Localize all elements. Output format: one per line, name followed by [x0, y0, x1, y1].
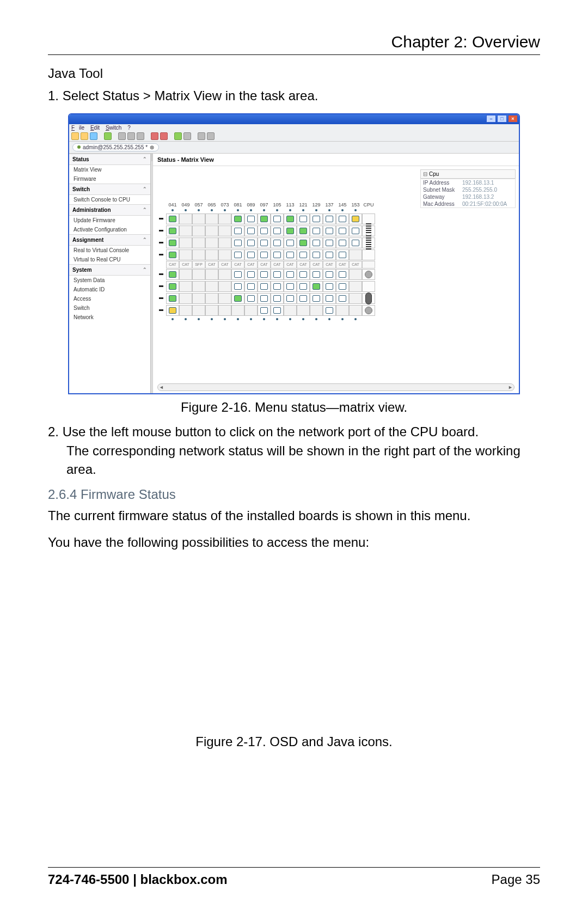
toolbar-icon[interactable]	[118, 132, 126, 140]
matrix-port-cell[interactable]	[166, 281, 179, 292]
matrix-port-cell[interactable]	[244, 213, 258, 224]
matrix-port-cell[interactable]	[166, 293, 179, 304]
menu-help[interactable]: ?	[127, 125, 131, 131]
matrix-port-cell[interactable]	[284, 213, 297, 224]
sidebar-item[interactable]: Activate Configuration	[69, 225, 150, 234]
matrix-port-cell[interactable]	[336, 237, 349, 248]
matrix-port-cell[interactable]	[336, 225, 349, 236]
cpu-port-cell[interactable]	[362, 249, 375, 260]
matrix-port-cell[interactable]	[271, 213, 284, 224]
sidebar-item[interactable]: Real to Virtual Console	[69, 246, 150, 255]
matrix-port-cell[interactable]	[336, 249, 349, 260]
matrix-port-cell[interactable]	[166, 225, 179, 236]
matrix-port-cell[interactable]	[310, 305, 323, 316]
matrix-port-cell[interactable]	[258, 237, 271, 248]
matrix-port-cell[interactable]	[258, 269, 271, 280]
matrix-port-cell[interactable]	[271, 225, 284, 236]
splitter[interactable]	[151, 154, 153, 393]
matrix-port-cell[interactable]	[336, 213, 349, 224]
sidebar-group-assignment[interactable]: Assignment⌃	[69, 234, 150, 246]
sidebar-group-administration[interactable]: Administration⌃	[69, 204, 150, 216]
matrix-port-cell[interactable]	[336, 305, 349, 316]
matrix-port-cell[interactable]	[179, 293, 192, 304]
matrix-port-cell[interactable]	[271, 237, 284, 248]
sidebar-item[interactable]: Update Firmware	[69, 216, 150, 225]
matrix-port-cell[interactable]	[205, 305, 218, 316]
sidebar-group-switch[interactable]: Switch⌃	[69, 184, 150, 195]
matrix-port-cell[interactable]	[205, 213, 218, 224]
matrix-port-cell[interactable]	[297, 213, 310, 224]
matrix-port-cell[interactable]	[179, 225, 192, 236]
connection-tab[interactable]: admin@255.255.255.255 * ⊗	[72, 143, 159, 151]
matrix-port-cell[interactable]	[244, 225, 258, 236]
menu-file[interactable]: File	[71, 125, 84, 131]
scroll-right-icon[interactable]: ►	[508, 385, 513, 390]
matrix-port-cell[interactable]	[218, 225, 231, 236]
matrix-port-cell[interactable]	[323, 225, 336, 236]
matrix-port-cell[interactable]	[192, 269, 205, 280]
matrix-port-cell[interactable]	[218, 213, 231, 224]
horizontal-scrollbar[interactable]: ◄ ►	[157, 383, 514, 391]
matrix-port-cell[interactable]	[244, 293, 258, 304]
matrix-port-cell[interactable]	[166, 305, 179, 316]
matrix-port-cell[interactable]	[166, 213, 179, 224]
tab-close-icon[interactable]: ⊗	[150, 144, 154, 150]
matrix-port-cell[interactable]	[284, 305, 297, 316]
menu-switch[interactable]: Switch	[106, 125, 121, 131]
matrix-port-cell[interactable]	[205, 281, 218, 292]
matrix-port-cell[interactable]	[297, 225, 310, 236]
toolbar-icon[interactable]	[160, 132, 168, 140]
matrix-port-cell[interactable]	[179, 305, 192, 316]
sidebar-group-status[interactable]: Status⌃	[69, 154, 150, 165]
matrix-port-cell[interactable]	[179, 237, 192, 248]
matrix-port-cell[interactable]	[284, 249, 297, 260]
window-close-button[interactable]: ×	[508, 115, 518, 123]
matrix-port-cell[interactable]	[258, 225, 271, 236]
matrix-port-cell[interactable]	[192, 249, 205, 260]
matrix-port-cell[interactable]	[166, 237, 179, 248]
sidebar-item[interactable]: System Data	[69, 276, 150, 285]
matrix-port-cell[interactable]	[297, 249, 310, 260]
matrix-port-cell[interactable]	[323, 237, 336, 248]
matrix-port-cell[interactable]	[218, 305, 231, 316]
matrix-port-cell[interactable]	[310, 269, 323, 280]
matrix-port-cell[interactable]	[258, 249, 271, 260]
matrix-port-cell[interactable]	[297, 237, 310, 248]
sidebar-item[interactable]: Automatic ID	[69, 285, 150, 294]
toolbar-icon[interactable]	[71, 132, 79, 140]
matrix-port-cell[interactable]	[231, 213, 244, 224]
matrix-port-cell[interactable]	[179, 269, 192, 280]
matrix-port-cell[interactable]	[205, 293, 218, 304]
matrix-port-cell[interactable]	[231, 269, 244, 280]
matrix-port-cell[interactable]	[310, 281, 323, 292]
matrix-port-cell[interactable]	[336, 269, 349, 280]
matrix-port-cell[interactable]	[336, 281, 349, 292]
matrix-port-cell[interactable]	[349, 213, 362, 224]
matrix-port-cell[interactable]	[244, 281, 258, 292]
matrix-port-cell[interactable]	[218, 249, 231, 260]
toolbar-icon[interactable]	[183, 132, 191, 140]
matrix-port-cell[interactable]	[231, 249, 244, 260]
window-maximize-button[interactable]: □	[497, 115, 507, 123]
matrix-port-cell[interactable]	[271, 305, 284, 316]
matrix-port-cell[interactable]	[179, 249, 192, 260]
matrix-port-cell[interactable]	[297, 269, 310, 280]
matrix-port-cell[interactable]	[231, 281, 244, 292]
matrix-port-cell[interactable]	[297, 293, 310, 304]
matrix-port-cell[interactable]	[349, 249, 362, 260]
cpu-port-cell[interactable]	[362, 293, 375, 304]
matrix-port-cell[interactable]	[310, 237, 323, 248]
sidebar-item[interactable]: Access	[69, 294, 150, 303]
matrix-port-cell[interactable]	[297, 305, 310, 316]
matrix-port-cell[interactable]	[284, 281, 297, 292]
matrix-port-cell[interactable]	[284, 269, 297, 280]
matrix-port-cell[interactable]	[323, 213, 336, 224]
matrix-port-cell[interactable]	[192, 213, 205, 224]
matrix-port-cell[interactable]	[218, 237, 231, 248]
matrix-port-cell[interactable]	[166, 249, 179, 260]
menu-edit[interactable]: Edit	[90, 125, 100, 131]
sidebar-item[interactable]: Virtual to Real CPU	[69, 255, 150, 264]
toolbar-icon[interactable]	[137, 132, 144, 140]
matrix-port-cell[interactable]	[231, 237, 244, 248]
matrix-port-cell[interactable]	[192, 237, 205, 248]
